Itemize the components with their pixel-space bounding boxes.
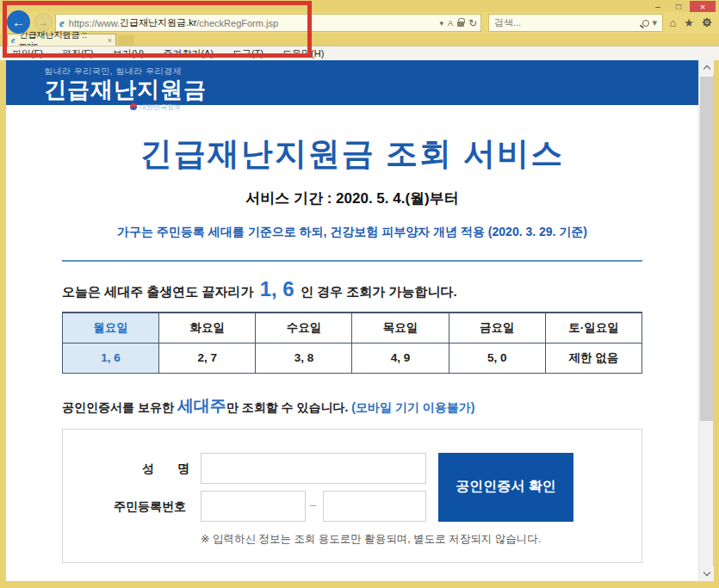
menu-view[interactable]: 보기(V) xyxy=(113,47,145,60)
certificate-confirm-button[interactable]: 공인인증서 확인 xyxy=(438,453,573,522)
gov-label: 대한민국정부 xyxy=(139,102,181,112)
ssl-lock-icon xyxy=(457,22,464,27)
name-input[interactable] xyxy=(201,453,426,484)
certificate-requirement-line: 공인인증서를 보유한 세대주만 조회할 수 있습니다. (모바일 기기 이용불가… xyxy=(62,395,642,418)
close-button[interactable]: × xyxy=(690,1,716,12)
address-bar[interactable]: e https://www.긴급재난지원금.kr/checkRegForm.js… xyxy=(55,14,481,32)
refresh-icon[interactable]: ↻ xyxy=(468,17,477,29)
table-header-row: 월요일 화요일 수요일 목요일 금요일 토·일요일 xyxy=(63,313,642,343)
url-scheme: https://www. xyxy=(69,18,120,28)
site-tagline: 힘내라 우리국민, 힘내라 우리경제 xyxy=(44,65,698,77)
header-monday: 월요일 xyxy=(63,313,159,343)
menu-edit[interactable]: 편집(E) xyxy=(62,47,94,60)
web-page: 힘내라 우리국민, 힘내라 우리경제 긴급재난지원금 대한민국정부 긴급재난지원… xyxy=(6,60,698,581)
ie-tab-icon: e xyxy=(11,35,15,45)
header-friday: 금요일 xyxy=(449,313,545,343)
autocomplete-dropdown-icon[interactable]: ▾ xyxy=(439,19,443,28)
ime-mode-icon: A xyxy=(448,19,453,28)
search-input[interactable]: 검색... ▾ xyxy=(488,14,663,32)
name-label-a: 성 xyxy=(142,461,154,477)
browser-window: { "browser": { "window_controls": { "min… xyxy=(0,0,719,588)
tab-close-icon[interactable]: × xyxy=(108,36,112,45)
settings-gear-icon[interactable] xyxy=(702,17,712,28)
today-suffix: 인 경우 조회가 가능합니다. xyxy=(301,284,457,299)
value-weekend: 제한 없음 xyxy=(545,343,642,373)
rrn-separator: – xyxy=(310,498,316,511)
menu-bar: 파일(F) 편집(E) 보기(V) 즐겨찾기(A) 도구(T) 도움말(H) xyxy=(0,46,719,60)
header-tuesday: 화요일 xyxy=(159,313,256,343)
rrn-front-input[interactable] xyxy=(201,491,306,522)
home-icon[interactable]: ⌂ xyxy=(669,16,676,29)
value-friday: 5, 0 xyxy=(449,343,545,373)
back-button[interactable]: ← xyxy=(7,10,30,34)
rrn-label: 주민등록번호 xyxy=(114,499,186,515)
url-domain: 긴급재난지원금.kr xyxy=(120,16,196,29)
search-placeholder: 검색... xyxy=(494,16,521,29)
value-wednesday: 3, 8 xyxy=(256,343,352,373)
value-thursday: 4, 9 xyxy=(352,343,449,373)
browser-viewport: 힘내라 우리국민, 힘내라 우리경제 긴급재난지원금 대한민국정부 긴급재난지원… xyxy=(6,60,713,581)
minimize-button[interactable]: – xyxy=(648,1,667,12)
menu-file[interactable]: 파일(F) xyxy=(12,47,43,60)
menu-tools[interactable]: 도구(T) xyxy=(232,47,263,60)
scrollbar-thumb[interactable] xyxy=(700,77,713,421)
header-thursday: 목요일 xyxy=(352,313,449,343)
name-label-b: 명 xyxy=(177,461,189,477)
value-monday: 1, 6 xyxy=(63,343,159,373)
menu-favorites[interactable]: 즐겨찾기(A) xyxy=(163,47,214,60)
vertical-scrollbar[interactable] xyxy=(698,60,713,581)
cert-text-1: 공인인증서를 보유한 xyxy=(62,400,177,414)
favorites-star-icon[interactable]: ★ xyxy=(684,16,694,29)
korea-flag-icon xyxy=(130,103,137,110)
household-notice: 가구는 주민등록 세대를 기준으로 하되, 건강보험 피부양자 개념 적용 (2… xyxy=(62,225,642,240)
name-label: 성 명 xyxy=(142,461,189,477)
table-value-row: 1, 6 2, 7 3, 8 4, 9 5, 0 제한 없음 xyxy=(63,343,642,373)
weekday-schedule-table: 월요일 화요일 수요일 목요일 금요일 토·일요일 1, 6 2, 7 3, 8… xyxy=(62,312,642,374)
navigation-toolbar: ← → e https://www.긴급재난지원금.kr/checkRegFor… xyxy=(0,12,719,34)
scroll-up-arrow-icon[interactable] xyxy=(699,60,714,75)
today-eligibility-line: 오늘은 세대주 출생연도 끝자리가 1, 6 인 경우 조회가 가능합니다. xyxy=(62,277,642,301)
page-title: 긴급재난지원금 조회 서비스 xyxy=(62,133,642,176)
site-header: 힘내라 우리국민, 힘내라 우리경제 긴급재난지원금 대한민국정부 xyxy=(6,60,698,105)
service-period: 서비스 기간 : 2020. 5. 4.(월)부터 xyxy=(62,189,642,208)
privacy-note: ※ 입력하신 정보는 조회 용도로만 활용되며, 별도로 저장되지 않습니다. xyxy=(201,532,541,547)
forward-button[interactable]: → xyxy=(34,13,53,31)
rrn-back-input[interactable] xyxy=(323,491,426,522)
scroll-down-arrow-icon[interactable] xyxy=(699,566,714,581)
today-digits: 1, 6 xyxy=(257,277,297,300)
mobile-restriction-note: (모바일 기기 이용불가) xyxy=(351,400,474,414)
new-tab-button[interactable] xyxy=(118,35,134,46)
search-icon[interactable] xyxy=(642,20,649,27)
value-tuesday: 2, 7 xyxy=(159,343,256,373)
header-weekend: 토·일요일 xyxy=(545,313,642,343)
header-wednesday: 수요일 xyxy=(256,313,352,343)
site-logo-title: 긴급재난지원금 xyxy=(44,77,698,102)
inquiry-form: 성 명 주민등록번호 – 공인인증서 확인 ※ 입력하신 정보는 조회 용도로만… xyxy=(62,429,642,563)
cert-text-2: 만 조회할 수 있습니다. xyxy=(226,400,351,414)
search-dropdown-icon[interactable]: ▾ xyxy=(652,17,657,28)
url-path: /checkRegForm.jsp xyxy=(196,18,278,28)
maximize-button[interactable]: □ xyxy=(669,1,688,12)
divider-line xyxy=(62,260,642,262)
tab-bar: e 긴급재난지원금 :: main × xyxy=(0,34,719,46)
cert-highlight: 세대주 xyxy=(177,397,226,415)
title-bar: – □ × xyxy=(0,0,719,12)
menu-help[interactable]: 도움말(H) xyxy=(282,47,324,60)
today-prefix: 오늘은 세대주 출생연도 끝자리가 xyxy=(62,284,254,299)
ie-page-icon: e xyxy=(59,16,65,30)
tab-main[interactable]: e 긴급재난지원금 :: main × xyxy=(7,34,116,46)
